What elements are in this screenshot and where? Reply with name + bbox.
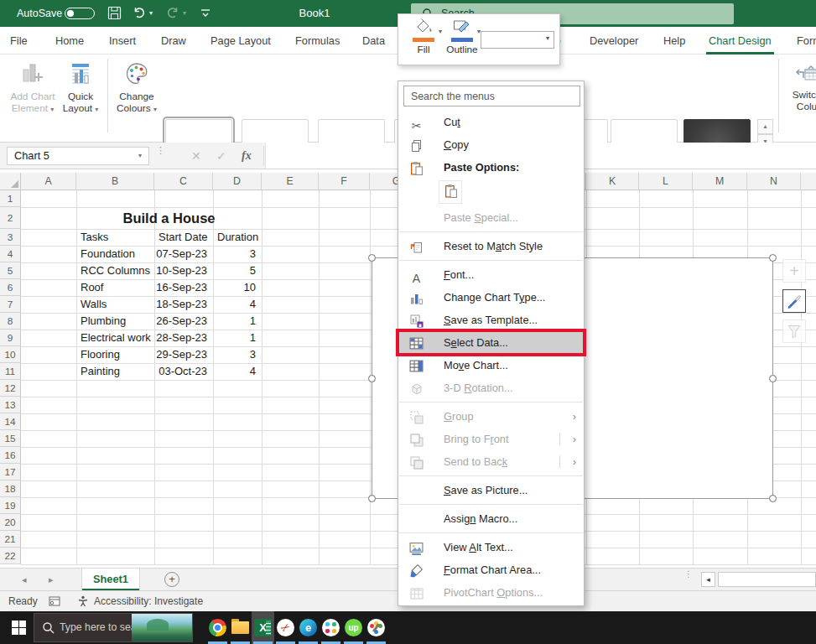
ribbon-tab-draw[interactable]: Draw <box>161 27 186 55</box>
name-box[interactable]: Chart 5▾ <box>7 147 149 165</box>
macro-record-icon[interactable] <box>49 595 60 610</box>
switch-row-column-button[interactable]: Switch Colu <box>783 59 816 137</box>
column-header-m[interactable]: M <box>693 173 747 190</box>
customize-quick-access-icon[interactable] <box>200 8 215 23</box>
sheet-nav-left-icon[interactable]: ◂ <box>22 569 27 590</box>
row-header-20[interactable]: 20 <box>0 514 21 531</box>
cell-b7[interactable]: Walls <box>76 296 154 313</box>
ribbon-tab-help[interactable]: Help <box>663 27 685 55</box>
row-header-11[interactable]: 11 <box>0 363 21 380</box>
row-header-18[interactable]: 18 <box>0 480 21 497</box>
save-icon[interactable] <box>107 6 122 21</box>
ribbon-tab-insert[interactable]: Insert <box>109 27 136 55</box>
sheet-tab-sheet1[interactable]: Sheet1 <box>81 569 140 590</box>
chart-selection-handle[interactable] <box>368 375 376 382</box>
autosave-toggle[interactable] <box>65 8 95 19</box>
column-header-n[interactable]: N <box>747 173 801 190</box>
ribbon-tab-home[interactable]: Home <box>55 27 84 55</box>
chart-selection-handle[interactable] <box>769 375 777 382</box>
row-header-3[interactable]: 3 <box>0 229 21 246</box>
cell-d11[interactable]: 4 <box>213 363 262 380</box>
menu-item-format-chart-area[interactable]: Format Chart Area... <box>398 558 584 581</box>
row-header-21[interactable]: 21 <box>0 531 21 548</box>
row-header-2[interactable]: 2 <box>0 207 21 229</box>
cell-d8[interactable]: 1 <box>213 313 262 330</box>
ribbon-tab-page-layout[interactable]: Page Layout <box>210 27 271 55</box>
menu-item-save-as-template[interactable]: Save as Template... <box>398 309 584 331</box>
menu-item-select-data[interactable]: Select Data... <box>398 331 584 354</box>
menu-item-font[interactable]: AFont... <box>398 263 584 286</box>
row-header-13[interactable]: 13 <box>0 397 21 413</box>
column-header-b[interactable]: B <box>76 173 154 190</box>
taskbar-button-snipping-tool[interactable]: ✂ <box>274 611 297 644</box>
ribbon-tab-data[interactable]: Data <box>362 27 385 55</box>
column-header-e[interactable]: E <box>262 173 319 190</box>
cell-b3[interactable]: Tasks <box>76 229 154 246</box>
cell-d3[interactable]: Duration <box>213 229 262 246</box>
menu-item-paste-options[interactable]: Paste Options: <box>398 156 584 179</box>
fill-button[interactable]: ▾ Fill <box>403 18 444 63</box>
taskbar-button-paint-3d[interactable] <box>365 611 387 644</box>
cell-b10[interactable]: Flooring <box>76 346 154 363</box>
row-header-9[interactable]: 9 <box>0 330 21 346</box>
row-header-8[interactable]: 8 <box>0 313 21 330</box>
paste-option-swatch[interactable] <box>439 180 462 204</box>
cell-d9[interactable]: 1 <box>213 330 262 346</box>
accessibility-icon[interactable] <box>77 595 89 610</box>
cell-b11[interactable]: Painting <box>76 363 154 380</box>
row-header-7[interactable]: 7 <box>0 296 21 313</box>
gallery-scroll-up-icon[interactable]: ▴ <box>757 119 773 134</box>
cell-c4[interactable]: 07-Sep-23 <box>154 246 213 262</box>
ribbon-tab-file[interactable]: File <box>10 27 28 55</box>
cell-c6[interactable]: 16-Sep-23 <box>154 279 213 296</box>
row-header-1[interactable]: 1 <box>0 190 21 207</box>
column-header-d[interactable]: D <box>213 173 262 190</box>
select-all-corner[interactable] <box>0 173 21 190</box>
chart-selection-handle[interactable] <box>368 495 376 502</box>
sheet-nav-right-icon[interactable]: ▸ <box>49 569 54 590</box>
row-header-4[interactable]: 4 <box>0 246 21 262</box>
menu-item-change-chart-type[interactable]: Change Chart Type... <box>398 286 584 309</box>
column-header-f[interactable]: F <box>319 173 370 190</box>
menu-item-3-d-rotation[interactable]: 3-D Rotation... <box>398 377 584 399</box>
menu-item-assign-macro[interactable]: Assign Macro... <box>398 507 584 530</box>
cell-d10[interactable]: 3 <box>213 346 262 363</box>
menu-item-view-alt-text[interactable]: View Alt Text... <box>398 536 584 558</box>
chart-selection-handle[interactable] <box>769 254 777 262</box>
horizontal-scrollbar[interactable] <box>718 572 816 587</box>
menu-item-cut[interactable]: ✂Cut <box>398 111 584 133</box>
row-header-22[interactable]: 22 <box>0 548 21 564</box>
cell-b2-title[interactable]: Build a House <box>76 207 262 229</box>
chart-styles-button[interactable] <box>782 289 806 313</box>
undo-icon[interactable] <box>133 6 148 21</box>
row-header-15[interactable]: 15 <box>0 430 21 447</box>
taskbar-button-file-explorer[interactable] <box>229 611 252 644</box>
cell-b4[interactable]: Foundation <box>76 246 154 262</box>
cell-d6[interactable]: 10 <box>213 279 262 296</box>
chart-selection-handle[interactable] <box>368 254 376 262</box>
cell-d5[interactable]: 5 <box>213 262 262 279</box>
menu-item-paste-special[interactable]: Paste Special... <box>398 206 584 229</box>
cell-d4[interactable]: 3 <box>213 246 262 262</box>
cell-b5[interactable]: RCC Columns <box>76 262 154 279</box>
taskbar-button-slack[interactable] <box>320 611 342 644</box>
taskbar-search-box[interactable]: Type here to search <box>34 613 193 642</box>
menu-item-move-chart[interactable]: Move Chart... <box>398 354 584 377</box>
row-header-17[interactable]: 17 <box>0 464 21 480</box>
hscroll-left-icon[interactable]: ◂ <box>701 572 715 587</box>
name-box-dropdown-icon[interactable]: ▾ <box>138 148 142 164</box>
taskbar-button-chrome[interactable] <box>206 611 229 644</box>
menu-search-input[interactable] <box>403 86 580 106</box>
cell-b8[interactable]: Plumbing <box>76 313 154 330</box>
taskbar-button-excel[interactable]: X <box>252 611 274 644</box>
menu-item-bring-to-front[interactable]: Bring to Front› <box>398 428 584 450</box>
cell-b6[interactable]: Roof <box>76 279 154 296</box>
cell-c3[interactable]: Start Date <box>154 229 213 246</box>
menu-item-copy[interactable]: Copy <box>398 133 584 156</box>
new-sheet-button[interactable]: + <box>164 572 179 587</box>
cell-d7[interactable]: 4 <box>213 296 262 313</box>
redo-dropdown-icon[interactable]: ▾ <box>183 0 186 27</box>
ribbon-tab-formulas[interactable]: Formulas <box>295 27 340 55</box>
row-header-10[interactable]: 10 <box>0 346 21 363</box>
tab-splitter-grip[interactable]: ⋮ <box>684 571 691 577</box>
